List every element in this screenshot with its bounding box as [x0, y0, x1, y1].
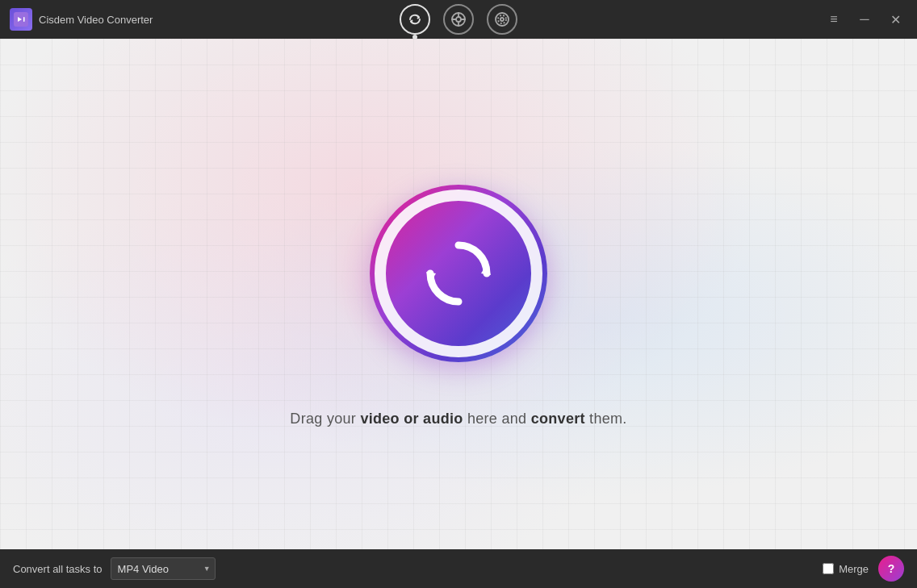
merge-label[interactable]: Merge	[839, 563, 869, 575]
converter-icon-wrapper	[345, 161, 572, 386]
window-controls: ≡ ─ ✕	[822, 7, 907, 31]
nav-convert-button[interactable]	[400, 4, 430, 35]
convert-all-label: Convert all tasks to	[13, 563, 103, 575]
svg-point-9	[500, 18, 504, 21]
app-title: Cisdem Video Converter	[39, 14, 153, 26]
svg-point-8	[496, 13, 509, 26]
close-button[interactable]: ✕	[883, 7, 907, 31]
minimize-button[interactable]: ─	[852, 7, 877, 31]
converter-circle-icon	[370, 185, 547, 362]
merge-container: Merge	[823, 563, 869, 575]
right-controls: Merge ?	[823, 556, 904, 582]
merge-checkbox[interactable]	[823, 563, 834, 574]
bottombar: Convert all tasks to MP4 VideoMOV VideoA…	[0, 549, 917, 588]
drag-drop-instruction: Drag your video or audio here and conver…	[290, 411, 626, 427]
nav-icons	[400, 4, 517, 35]
titlebar: Cisdem Video Converter	[0, 0, 917, 39]
help-button[interactable]: ?	[878, 556, 904, 582]
drag-text-bold2: convert	[531, 411, 585, 427]
nav-dvd-button[interactable]	[487, 4, 517, 35]
convert-arrows-icon	[418, 233, 499, 314]
drag-text-bold1: video or audio	[360, 411, 463, 427]
nav-media-button[interactable]	[443, 4, 474, 35]
format-select-wrapper[interactable]: MP4 VideoMOV VideoAVI VideoMKV VideoWMV …	[111, 557, 216, 580]
svg-point-10	[498, 15, 506, 23]
menu-button[interactable]: ≡	[822, 7, 846, 31]
app-logo-icon	[10, 8, 32, 31]
svg-rect-1	[23, 17, 25, 22]
format-select[interactable]: MP4 VideoMOV VideoAVI VideoMKV VideoWMV …	[111, 557, 216, 580]
main-drop-area[interactable]: Drag your video or audio here and conver…	[0, 39, 917, 549]
